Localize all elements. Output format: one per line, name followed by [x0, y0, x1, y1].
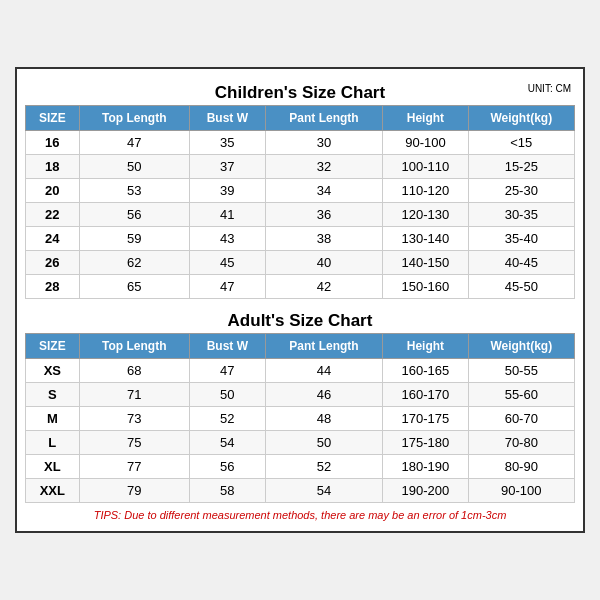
table-cell: 56	[79, 203, 189, 227]
table-cell: 71	[79, 383, 189, 407]
children-header-row: SIZETop LengthBust WPant LengthHeightWei…	[26, 106, 575, 131]
table-cell: 34	[265, 179, 383, 203]
table-cell: 62	[79, 251, 189, 275]
adult-col-header: SIZE	[26, 334, 80, 359]
adult-title: Adult's Size Chart	[228, 311, 373, 330]
table-cell: 65	[79, 275, 189, 299]
adult-section-header: Adult's Size Chart	[25, 305, 575, 333]
table-row: M735248170-17560-70	[26, 407, 575, 431]
table-row: XL775652180-19080-90	[26, 455, 575, 479]
table-cell: L	[26, 431, 80, 455]
table-cell: 40	[265, 251, 383, 275]
table-cell: 100-110	[383, 155, 468, 179]
table-cell: 35	[189, 131, 265, 155]
table-cell: 55-60	[468, 383, 574, 407]
table-cell: 70-80	[468, 431, 574, 455]
adult-header-row: SIZETop LengthBust WPant LengthHeightWei…	[26, 334, 575, 359]
table-cell: M	[26, 407, 80, 431]
table-cell: 175-180	[383, 431, 468, 455]
adult-col-header: Pant Length	[265, 334, 383, 359]
table-cell: 50-55	[468, 359, 574, 383]
table-cell: 58	[189, 479, 265, 503]
table-cell: 52	[189, 407, 265, 431]
table-row: 20533934110-12025-30	[26, 179, 575, 203]
table-cell: 18	[26, 155, 80, 179]
table-cell: 48	[265, 407, 383, 431]
table-cell: 60-70	[468, 407, 574, 431]
children-col-header: Pant Length	[265, 106, 383, 131]
table-cell: 26	[26, 251, 80, 275]
table-cell: 120-130	[383, 203, 468, 227]
table-row: 24594338130-14035-40	[26, 227, 575, 251]
children-col-header: Top Length	[79, 106, 189, 131]
table-cell: 39	[189, 179, 265, 203]
table-cell: 50	[79, 155, 189, 179]
children-table: SIZETop LengthBust WPant LengthHeightWei…	[25, 105, 575, 299]
table-row: 1647353090-100<15	[26, 131, 575, 155]
table-row: 22564136120-13030-35	[26, 203, 575, 227]
table-cell: 42	[265, 275, 383, 299]
table-cell: 30-35	[468, 203, 574, 227]
table-cell: 54	[265, 479, 383, 503]
table-cell: 24	[26, 227, 80, 251]
table-cell: 56	[189, 455, 265, 479]
table-cell: 20	[26, 179, 80, 203]
children-col-header: Bust W	[189, 106, 265, 131]
table-cell: 46	[265, 383, 383, 407]
table-cell: 90-100	[383, 131, 468, 155]
children-col-header: Height	[383, 106, 468, 131]
table-cell: 79	[79, 479, 189, 503]
table-row: XXL795854190-20090-100	[26, 479, 575, 503]
table-row: XS684744160-16550-55	[26, 359, 575, 383]
table-cell: 37	[189, 155, 265, 179]
table-cell: 45-50	[468, 275, 574, 299]
table-cell: XXL	[26, 479, 80, 503]
adult-col-header: Top Length	[79, 334, 189, 359]
table-cell: 170-175	[383, 407, 468, 431]
table-cell: 40-45	[468, 251, 574, 275]
table-row: 28654742150-16045-50	[26, 275, 575, 299]
adult-col-header: Height	[383, 334, 468, 359]
table-cell: 47	[189, 359, 265, 383]
table-cell: 50	[189, 383, 265, 407]
children-title: Children's Size Chart	[215, 83, 385, 102]
table-cell: 15-25	[468, 155, 574, 179]
table-cell: 44	[265, 359, 383, 383]
table-cell: 38	[265, 227, 383, 251]
table-row: S715046160-17055-60	[26, 383, 575, 407]
table-cell: 59	[79, 227, 189, 251]
table-cell: 73	[79, 407, 189, 431]
table-cell: 32	[265, 155, 383, 179]
table-cell: 36	[265, 203, 383, 227]
table-cell: 28	[26, 275, 80, 299]
table-cell: 35-40	[468, 227, 574, 251]
table-cell: 160-170	[383, 383, 468, 407]
table-cell: 16	[26, 131, 80, 155]
table-cell: 47	[79, 131, 189, 155]
table-cell: 110-120	[383, 179, 468, 203]
table-cell: 150-160	[383, 275, 468, 299]
table-cell: 53	[79, 179, 189, 203]
table-cell: S	[26, 383, 80, 407]
table-cell: 30	[265, 131, 383, 155]
table-cell: XS	[26, 359, 80, 383]
tips-text: TIPS: Due to different measurement metho…	[25, 503, 575, 523]
adult-table: SIZETop LengthBust WPant LengthHeightWei…	[25, 333, 575, 503]
table-row: L755450175-18070-80	[26, 431, 575, 455]
table-cell: XL	[26, 455, 80, 479]
table-cell: 41	[189, 203, 265, 227]
table-cell: 45	[189, 251, 265, 275]
children-col-header: Weight(kg)	[468, 106, 574, 131]
table-cell: 80-90	[468, 455, 574, 479]
table-cell: 50	[265, 431, 383, 455]
table-cell: 52	[265, 455, 383, 479]
table-cell: 68	[79, 359, 189, 383]
children-col-header: SIZE	[26, 106, 80, 131]
table-row: 26624540140-15040-45	[26, 251, 575, 275]
table-cell: 190-200	[383, 479, 468, 503]
size-chart: Children's Size Chart UNIT: CM SIZETop L…	[15, 67, 585, 533]
table-cell: 25-30	[468, 179, 574, 203]
table-cell: 77	[79, 455, 189, 479]
table-row: 18503732100-11015-25	[26, 155, 575, 179]
table-cell: 54	[189, 431, 265, 455]
